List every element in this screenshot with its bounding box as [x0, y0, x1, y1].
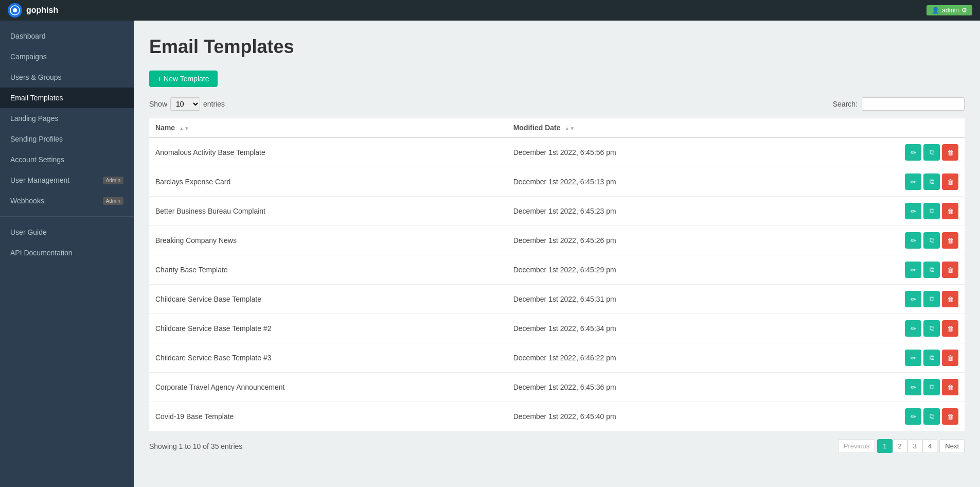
table-controls: Show 10 25 50 100 entries Search: — [149, 97, 965, 111]
row-name-9: Covid-19 Base Template — [149, 402, 507, 431]
row-name-3: Breaking Company News — [149, 226, 507, 255]
sidebar-badge-user-management: Admin — [103, 177, 123, 184]
search-input[interactable] — [862, 97, 965, 111]
delete-btn-8[interactable]: 🗑 — [942, 379, 958, 395]
action-btns-2: ✏⧉🗑 — [805, 203, 958, 219]
table-header: Name ▲▼ Modified Date ▲▼ — [149, 118, 965, 137]
sidebar-item-user-management[interactable]: User ManagementAdmin — [0, 170, 134, 190]
sidebar-item-label-email-templates: Email Templates — [10, 94, 63, 102]
page-title: Email Templates — [149, 36, 965, 58]
sidebar-item-label-sending-profiles: Sending Profiles — [10, 135, 63, 143]
entries-label: entries — [203, 100, 225, 108]
admin-badge[interactable]: 👤 admin ⚙ — [926, 5, 972, 15]
action-btns-3: ✏⧉🗑 — [805, 232, 958, 249]
col-name[interactable]: Name ▲▼ — [149, 118, 507, 137]
sidebar-item-user-guide[interactable]: User Guide — [0, 222, 134, 242]
page-buttons: 1234 — [877, 439, 937, 453]
app-name: gophish — [26, 6, 58, 15]
delete-btn-6[interactable]: 🗑 — [942, 320, 958, 337]
delete-btn-3[interactable]: 🗑 — [942, 232, 958, 249]
delete-btn-4[interactable]: 🗑 — [942, 262, 958, 278]
logo-icon — [8, 3, 22, 18]
delete-btn-1[interactable]: 🗑 — [942, 173, 958, 190]
row-actions-8: ✏⧉🗑 — [798, 373, 965, 402]
table-row: Barclays Expense CardDecember 1st 2022, … — [149, 167, 965, 197]
action-btns-7: ✏⧉🗑 — [805, 350, 958, 366]
edit-btn-0[interactable]: ✏ — [905, 144, 921, 161]
delete-btn-2[interactable]: 🗑 — [942, 203, 958, 219]
row-actions-1: ✏⧉🗑 — [798, 167, 965, 197]
row-actions-9: ✏⧉🗑 — [798, 402, 965, 431]
top-nav-right: 👤 admin ⚙ — [926, 5, 972, 15]
sidebar-item-campaigns[interactable]: Campaigns — [0, 46, 134, 67]
copy-btn-0[interactable]: ⧉ — [923, 144, 940, 161]
delete-btn-9[interactable]: 🗑 — [942, 408, 958, 425]
show-label: Show — [149, 100, 167, 108]
sidebar-item-account-settings[interactable]: Account Settings — [0, 149, 134, 170]
table-row: Covid-19 Base TemplateDecember 1st 2022,… — [149, 402, 965, 431]
edit-btn-5[interactable]: ✏ — [905, 291, 921, 307]
next-page-button[interactable]: Next — [939, 439, 965, 453]
row-date-2: December 1st 2022, 6:45:23 pm — [507, 197, 798, 226]
page-btn-4[interactable]: 4 — [922, 439, 937, 453]
delete-btn-0[interactable]: 🗑 — [942, 144, 958, 161]
table-footer: Showing 1 to 10 of 35 entries Previous 1… — [149, 439, 965, 453]
delete-btn-7[interactable]: 🗑 — [942, 350, 958, 366]
sidebar-item-api-docs[interactable]: API Documentation — [0, 242, 134, 263]
action-btns-0: ✏⧉🗑 — [805, 144, 958, 161]
action-btns-4: ✏⧉🗑 — [805, 262, 958, 278]
copy-btn-3[interactable]: ⧉ — [923, 232, 940, 249]
page-btn-1[interactable]: 1 — [877, 439, 892, 453]
row-name-0: Anomalous Activity Base Template — [149, 137, 507, 167]
edit-btn-2[interactable]: ✏ — [905, 203, 921, 219]
row-date-7: December 1st 2022, 6:46:22 pm — [507, 343, 798, 373]
row-date-9: December 1st 2022, 6:45:40 pm — [507, 402, 798, 431]
row-actions-6: ✏⧉🗑 — [798, 314, 965, 343]
row-date-8: December 1st 2022, 6:45:36 pm — [507, 373, 798, 402]
search-label: Search: — [833, 100, 858, 108]
row-date-0: December 1st 2022, 6:45:56 pm — [507, 137, 798, 167]
copy-btn-4[interactable]: ⧉ — [923, 262, 940, 278]
page-btn-2[interactable]: 2 — [893, 439, 907, 453]
sidebar-item-label-landing-pages: Landing Pages — [10, 114, 58, 123]
copy-btn-5[interactable]: ⧉ — [923, 291, 940, 307]
edit-btn-4[interactable]: ✏ — [905, 262, 921, 278]
page-btn-3[interactable]: 3 — [907, 439, 922, 453]
row-name-5: Childcare Service Base Template — [149, 285, 507, 314]
name-sort-icon: ▲▼ — [179, 126, 189, 131]
table-row: Childcare Service Base TemplateDecember … — [149, 285, 965, 314]
copy-btn-6[interactable]: ⧉ — [923, 320, 940, 337]
row-actions-0: ✏⧉🗑 — [798, 137, 965, 167]
copy-btn-8[interactable]: ⧉ — [923, 379, 940, 395]
row-actions-4: ✏⧉🗑 — [798, 255, 965, 285]
edit-btn-9[interactable]: ✏ — [905, 408, 921, 425]
copy-btn-1[interactable]: ⧉ — [923, 173, 940, 190]
delete-btn-5[interactable]: 🗑 — [942, 291, 958, 307]
col-modified-date[interactable]: Modified Date ▲▼ — [507, 118, 798, 137]
sidebar-item-users-groups[interactable]: Users & Groups — [0, 67, 134, 88]
edit-btn-7[interactable]: ✏ — [905, 350, 921, 366]
sidebar-item-webhooks[interactable]: WebhooksAdmin — [0, 190, 134, 211]
row-date-4: December 1st 2022, 6:45:29 pm — [507, 255, 798, 285]
sidebar-item-landing-pages[interactable]: Landing Pages — [0, 108, 134, 129]
table-row: Breaking Company NewsDecember 1st 2022, … — [149, 226, 965, 255]
edit-btn-1[interactable]: ✏ — [905, 173, 921, 190]
email-templates-table: Name ▲▼ Modified Date ▲▼ Anomalous Activ… — [149, 118, 965, 431]
edit-btn-8[interactable]: ✏ — [905, 379, 921, 395]
edit-btn-3[interactable]: ✏ — [905, 232, 921, 249]
copy-btn-2[interactable]: ⧉ — [923, 203, 940, 219]
row-date-3: December 1st 2022, 6:45:26 pm — [507, 226, 798, 255]
brand: gophish — [8, 3, 58, 18]
row-name-6: Childcare Service Base Template #2 — [149, 314, 507, 343]
entries-select[interactable]: 10 25 50 100 — [170, 97, 200, 111]
copy-btn-9[interactable]: ⧉ — [923, 408, 940, 425]
prev-page-button[interactable]: Previous — [838, 439, 876, 453]
copy-btn-7[interactable]: ⧉ — [923, 350, 940, 366]
sidebar-item-dashboard[interactable]: Dashboard — [0, 26, 134, 46]
new-template-button[interactable]: + New Template — [149, 71, 218, 87]
edit-btn-6[interactable]: ✏ — [905, 320, 921, 337]
sidebar-item-label-account-settings: Account Settings — [10, 155, 64, 164]
sidebar-badge-webhooks: Admin — [103, 197, 123, 205]
sidebar-item-sending-profiles[interactable]: Sending Profiles — [0, 129, 134, 149]
sidebar-item-email-templates[interactable]: Email Templates — [0, 88, 134, 108]
